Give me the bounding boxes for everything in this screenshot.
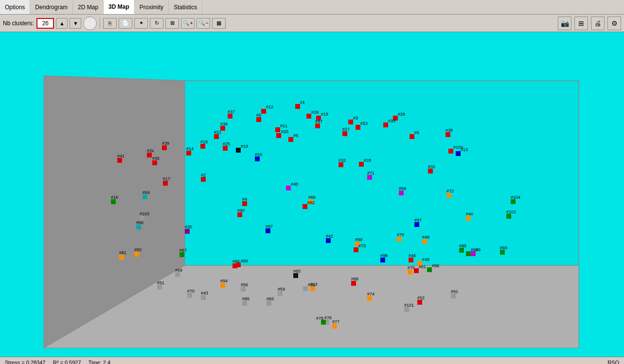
up-btn[interactable]: ▲ (56, 18, 68, 29)
status-bar: Stress = 0,28347 R² = 0,5927 Time: 2,4 R… (0, 357, 624, 364)
nb-clusters-input[interactable] (36, 18, 54, 29)
svg-text:#72: #72 (446, 189, 454, 193)
svg-rect-62 (152, 160, 157, 165)
svg-rect-136 (466, 251, 471, 256)
svg-text:#58: #58 (399, 186, 406, 191)
svg-text:#59: #59 (278, 287, 285, 292)
menu-2dmap[interactable]: 2D Map (73, 0, 104, 14)
svg-rect-40 (446, 132, 450, 137)
down-btn[interactable]: ▼ (70, 18, 81, 29)
reset-btn[interactable]: ⊠ (165, 18, 179, 29)
svg-rect-48 (223, 146, 228, 151)
svg-text:#78: #78 (316, 316, 323, 321)
stress-value: Stress = 0,28347 (5, 360, 45, 364)
camera-btn[interactable]: 📷 (558, 17, 571, 30)
copy-btn[interactable]: ⎘ (103, 18, 117, 29)
svg-rect-142 (427, 267, 432, 272)
svg-text:#25: #25 (223, 141, 230, 146)
svg-text:#9: #9 (476, 247, 481, 252)
svg-text:#37: #37 (228, 109, 235, 114)
svg-rect-30 (214, 134, 219, 139)
svg-text:#98: #98 (380, 253, 388, 258)
svg-rect-128 (409, 258, 413, 262)
print-btn[interactable]: 🖨 (591, 17, 605, 30)
svg-rect-178 (367, 296, 372, 301)
svg-text:#94: #94 (220, 278, 228, 283)
export-btn[interactable]: 📄 (119, 18, 132, 29)
svg-rect-46 (236, 148, 241, 153)
svg-text:#28: #28 (364, 158, 371, 163)
svg-rect-8 (261, 109, 266, 114)
svg-rect-166 (187, 293, 192, 298)
zoom-in-btn[interactable]: 🔍+ (181, 18, 195, 29)
svg-text:#88: #88 (351, 277, 358, 281)
svg-text:#81: #81 (119, 250, 126, 255)
svg-text:#5: #5 (293, 133, 298, 138)
svg-text:#43: #43 (201, 291, 208, 295)
star-btn[interactable]: ✦ (134, 18, 148, 29)
svg-rect-160 (220, 283, 225, 288)
svg-text:#31: #31 (428, 164, 435, 169)
svg-rect-92 (242, 201, 247, 206)
bar-chart-btn[interactable]: ▦ (212, 18, 226, 29)
svg-rect-90 (111, 199, 116, 204)
svg-rect-52 (186, 151, 191, 156)
svg-rect-172 (310, 286, 315, 291)
svg-rect-168 (278, 291, 283, 296)
menu-3dmap-label: 3D Map (108, 3, 129, 10)
svg-rect-28 (256, 117, 261, 122)
menu-options[interactable]: Options (0, 0, 30, 14)
svg-text:#102: #102 (506, 209, 516, 214)
svg-text:#16: #16 (111, 195, 118, 200)
svg-text:#71: #71 (367, 171, 374, 175)
viz-area[interactable]: #1 #12 #37 #29 #15 #26 #34 #47 #3 #33 #1… (0, 32, 624, 357)
svg-rect-88 (303, 204, 307, 209)
svg-rect-162 (241, 287, 246, 292)
menu-proximity[interactable]: Proximity (135, 0, 169, 14)
svg-text:#4x: #4x (466, 211, 473, 216)
svg-text:#21: #21 (214, 130, 221, 135)
svg-rect-134 (459, 248, 464, 253)
svg-rect-84 (446, 193, 451, 198)
svg-text:#36: #36 (446, 128, 453, 133)
svg-text:#41: #41 (117, 154, 125, 158)
svg-text:#39: #39 (162, 141, 169, 146)
svg-text:#67: #67 (179, 248, 187, 253)
svg-text:#15: #15 (321, 112, 328, 117)
circle-indicator (83, 17, 97, 30)
menu-dendrogram-label: Dendrogram (35, 4, 68, 11)
svg-text:#4: #4 (242, 197, 247, 202)
menu-dendrogram[interactable]: Dendrogram (30, 0, 73, 14)
zoom-out-btn[interactable]: 🔍− (196, 18, 210, 29)
svg-text:#13: #13 (461, 147, 468, 152)
svg-rect-64 (117, 158, 122, 163)
svg-text:#14: #14 (186, 146, 194, 151)
rotate-btn[interactable]: ↻ (150, 18, 163, 29)
svg-text:#62: #62 (307, 200, 315, 205)
svg-text:#30: #30 (185, 225, 192, 229)
svg-text:#64: #64 (143, 190, 150, 195)
svg-rect-138 (500, 250, 505, 255)
menu-2dmap-label: 2D Map (78, 4, 98, 11)
svg-rect-36 (276, 133, 281, 138)
svg-rect-50 (255, 156, 260, 161)
svg-text:#1: #1 (300, 100, 305, 105)
layout-btn[interactable]: ⊞ (574, 17, 588, 30)
svg-rect-80 (286, 186, 291, 191)
svg-rect-82 (399, 191, 404, 195)
svg-text:#76: #76 (324, 315, 332, 320)
menu-bar: Options Dendrogram 2D Map 3D Map Proximi… (0, 0, 624, 15)
menu-3dmap[interactable]: 3D Map (104, 0, 135, 14)
viz-svg: #1 #12 #37 #29 #15 #26 #34 #47 #3 #33 #1… (0, 32, 624, 357)
settings-btn[interactable]: ⚙ (607, 17, 621, 30)
svg-text:#65: #65 (293, 269, 301, 274)
svg-text:#96: #96 (432, 263, 439, 268)
svg-rect-124 (134, 252, 139, 257)
svg-rect-72 (163, 181, 168, 186)
svg-rect-44 (342, 131, 347, 136)
menu-statistics[interactable]: Statistics (169, 0, 202, 14)
svg-text:#11: #11 (280, 123, 287, 128)
svg-text:#101: #101 (404, 303, 414, 308)
svg-text:#42: #42 (326, 234, 333, 239)
svg-text:#50: #50 (134, 247, 142, 252)
